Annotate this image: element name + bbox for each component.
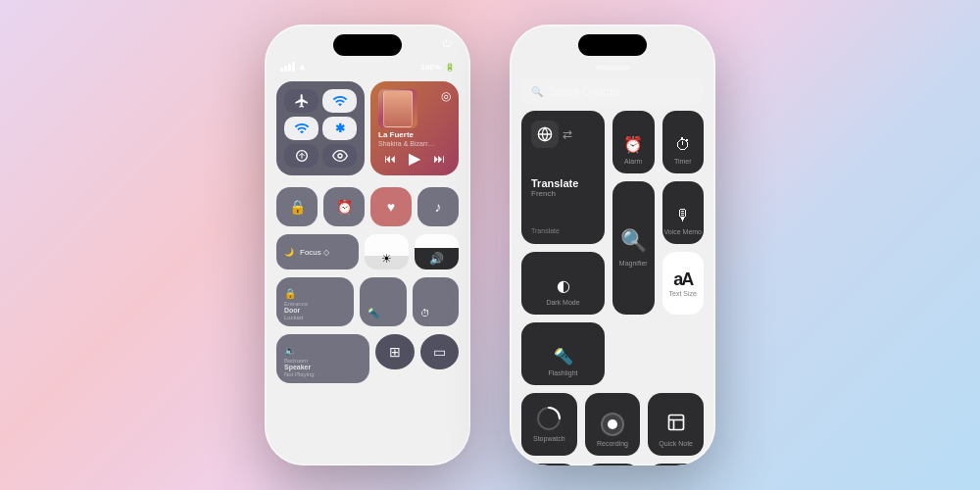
music-artist: Shakira & Bizarr… — [378, 140, 451, 147]
stopwatch-tile[interactable]: Stopwatch — [521, 393, 577, 456]
translate-tile[interactable]: ⇄ Translate French Translate — [521, 111, 605, 244]
timer-tile-2[interactable]: ⏱ Timer — [662, 111, 705, 173]
phone2-screen: 🔍 Search Controls — [510, 24, 715, 466]
bar2 — [284, 66, 287, 72]
wifi-btn[interactable] — [284, 117, 318, 140]
music-top: ◎ — [378, 89, 451, 128]
airplane-mode-btn[interactable] — [284, 89, 318, 113]
translate-title: Translate — [531, 177, 595, 189]
power-button[interactable]: ⏻ — [442, 38, 451, 48]
music-controls: ⏮ ▶ ⏭ — [378, 149, 451, 168]
magnifier-icon: 🔍 — [620, 228, 647, 254]
airdrop-btn[interactable] — [284, 144, 318, 168]
next-btn[interactable]: ⏭ — [433, 152, 445, 166]
edit-controls-grid: ⇄ Translate French Translate ⏰ Alarm — [521, 111, 704, 466]
heart-btn[interactable]: ♥ — [370, 187, 412, 226]
dynamic-island-1 — [333, 34, 402, 56]
focus-label: Focus ◇ — [300, 248, 329, 257]
flashlight-tile-2[interactable]: 🔦 Flashlight — [521, 322, 605, 385]
music-tile[interactable]: ◎ La Fuerte Shakira & Bizarr… ⏮ ▶ ⏭ — [370, 81, 459, 175]
translate-info: Translate French — [531, 177, 595, 198]
dark-mode-tile[interactable]: ◐ Dark Mode — [521, 252, 605, 315]
eye-btn[interactable] — [322, 144, 357, 168]
cc-row2: 🔒 ⏰ ♥ ♪ — [276, 187, 459, 226]
text-size-tile[interactable]: aA Text Size — [662, 252, 705, 315]
recording-label: Recording — [597, 440, 628, 448]
edit-row4: 🔋 Low Power Mode ⊞ Scan Code 💡 Scene or — [521, 464, 704, 466]
network-tile[interactable]: ✱ — [276, 81, 365, 175]
timer-tile-icon: ⏱ — [420, 308, 430, 318]
voice-memo-icon: 🎙 — [675, 207, 691, 224]
speaker-tile[interactable]: 🔈 Bedroom Speaker Not Playing — [276, 334, 369, 383]
volume-icon: 🔊 — [429, 252, 444, 266]
search-bar[interactable]: 🔍 Search Controls — [521, 77, 704, 105]
flashlight-tile[interactable]: 🔦 — [360, 277, 407, 326]
music-info: La Fuerte Shakira & Bizarr… — [378, 130, 451, 147]
volume-slider[interactable]: 🔊 — [415, 234, 459, 270]
album-image — [378, 89, 417, 128]
lock-tile-icon: 🔒 — [284, 288, 296, 299]
screen-btn[interactable]: ▭ — [420, 334, 460, 369]
text-size-label: Text Size — [669, 290, 697, 297]
magnifier-tile[interactable]: 🔍 Magnifier — [612, 181, 655, 315]
quick-note-icon — [666, 413, 686, 436]
calculator-btn[interactable]: ⊞ — [375, 334, 415, 369]
recording-tile[interactable]: Recording — [585, 393, 641, 456]
play-pause-btn[interactable]: ▶ — [409, 149, 420, 168]
status-bar-1: ▲ 100% 🔋 — [280, 62, 455, 72]
svg-point-1 — [338, 154, 342, 158]
cc-icons-row1: 🔈 Bedroom Speaker Not Playing ⊞ ▭ — [276, 334, 459, 383]
alarm-icon: ⏰ — [623, 135, 643, 154]
battery-percent: 100% — [421, 63, 441, 72]
timer-icon: ⏱ — [675, 136, 691, 154]
dark-mode-label: Dark Mode — [546, 299, 579, 307]
scene-tile[interactable]: 💡 Scene or — [648, 464, 704, 466]
dark-mode-icon: ◐ — [557, 276, 570, 295]
bluetooth-btn[interactable]: ✱ — [322, 117, 357, 140]
timer-label: Timer — [674, 158, 692, 166]
translate-arrow: ⇄ — [563, 127, 572, 141]
alarm-btn[interactable]: ⏰ — [323, 187, 365, 226]
brightness-slider[interactable]: ☀ — [365, 234, 409, 270]
translate-icon — [531, 121, 559, 148]
bar1 — [280, 68, 283, 72]
phone1-screen: ⏻ ▲ 100% 🔋 — [265, 24, 470, 466]
cc-bottom-row: 🔒 Entrance Door Locked 🔦 ⏱ — [276, 277, 459, 326]
recording-ring — [601, 413, 624, 436]
cc-top-row: ✱ — [276, 81, 459, 175]
drag-pill — [595, 66, 630, 70]
alarm-label: Alarm — [624, 158, 642, 166]
airplay-icon[interactable]: ◎ — [441, 89, 451, 103]
edit-row3: Stopwatch Recording — [521, 393, 704, 456]
low-power-tile[interactable]: 🔋 Low Power Mode — [521, 464, 577, 466]
prev-btn[interactable]: ⏮ — [384, 152, 396, 166]
sun-icon: ☀ — [381, 252, 392, 266]
quick-note-tile[interactable]: Quick Note — [648, 393, 704, 456]
alarm-tile[interactable]: ⏰ Alarm — [612, 111, 655, 173]
cellular-btn[interactable] — [322, 89, 357, 113]
music-note-btn[interactable]: ♪ — [417, 187, 459, 226]
edit-row1: ⇄ Translate French Translate ⏰ Alarm — [521, 111, 704, 385]
scan-code-tile[interactable]: ⊞ Scan Code — [585, 464, 641, 466]
recording-dot — [608, 419, 617, 429]
signal-area: ▲ — [280, 62, 307, 72]
flashlight-icon: 🔦 — [368, 308, 379, 318]
bar4 — [292, 62, 295, 72]
search-input[interactable]: Search Controls — [549, 86, 619, 97]
translate-subtitle: French — [531, 189, 595, 198]
search-icon: 🔍 — [531, 86, 543, 97]
entrance-tile[interactable]: 🔒 Entrance Door Locked — [276, 277, 354, 326]
phone-1: ⏻ ▲ 100% 🔋 — [265, 24, 470, 466]
album-cover-art — [383, 90, 413, 127]
flashlight-label: Flashlight — [549, 369, 578, 377]
stopwatch-svg — [536, 406, 562, 431]
timer-tile[interactable]: ⏱ — [413, 277, 460, 326]
focus-tile[interactable]: 🌙 Focus ◇ — [276, 234, 359, 270]
voice-memo-tile[interactable]: 🎙 Voice Memo — [662, 181, 705, 244]
lock-btn[interactable]: 🔒 — [276, 187, 318, 226]
wifi-status-icon: ▲ — [298, 62, 307, 72]
music-album-art — [378, 89, 417, 128]
text-size-icon: aA — [673, 270, 692, 290]
translate-top: ⇄ — [531, 121, 595, 148]
edit-header: 🔍 Search Controls — [510, 62, 715, 105]
